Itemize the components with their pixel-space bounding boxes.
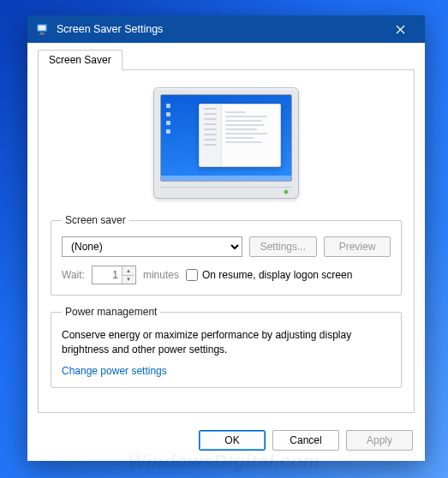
wait-minutes-stepper[interactable]: ▲ ▼ — [92, 266, 136, 284]
screen-saver-dialog: Screen Saver Settings Screen Saver — [27, 15, 425, 461]
screensaver-app-icon — [36, 22, 50, 36]
screensaver-settings-button[interactable]: Settings... — [249, 236, 317, 257]
resume-logon-label: On resume, display logon screen — [202, 269, 352, 281]
spin-down-icon[interactable]: ▼ — [122, 276, 134, 284]
monitor-led-icon — [284, 190, 288, 194]
monitor-screen — [160, 94, 292, 182]
power-management-group: Power management Conserve energy or maxi… — [51, 306, 402, 388]
preview-area — [51, 82, 402, 214]
dialog-body: Screen Saver — [27, 43, 425, 421]
resume-logon-checkbox[interactable] — [186, 269, 198, 281]
wait-unit-label: minutes — [143, 269, 179, 281]
titlebar-title: Screen Saver Settings — [57, 23, 382, 35]
wait-minutes-input[interactable] — [93, 266, 122, 284]
tab-panel: Screen saver (None) Settings... Preview … — [38, 69, 415, 413]
mini-settings-window — [199, 104, 281, 167]
power-legend: Power management — [62, 306, 160, 318]
tabstrip: Screen Saver — [38, 50, 415, 70]
close-icon — [396, 25, 405, 34]
ok-button[interactable]: OK — [199, 430, 266, 451]
monitor-preview — [153, 87, 299, 199]
screensaver-dropdown[interactable]: (None) — [62, 236, 242, 257]
svg-rect-2 — [40, 33, 44, 34]
screensaver-preview-button[interactable]: Preview — [324, 236, 391, 257]
screensaver-legend: Screen saver — [62, 214, 129, 226]
svg-rect-3 — [39, 34, 45, 35]
dialog-footer: OK Cancel Apply — [27, 421, 425, 461]
change-power-settings-link[interactable]: Change power settings — [62, 365, 167, 377]
cancel-button[interactable]: Cancel — [272, 430, 339, 451]
svg-rect-1 — [39, 26, 46, 31]
titlebar: Screen Saver Settings — [27, 15, 425, 43]
tab-screen-saver[interactable]: Screen Saver — [38, 50, 122, 70]
spin-up-icon[interactable]: ▲ — [122, 266, 134, 276]
apply-button[interactable]: Apply — [346, 430, 413, 451]
power-description: Conserve energy or maximize performance … — [62, 328, 391, 358]
screensaver-group: Screen saver (None) Settings... Preview … — [51, 214, 402, 296]
close-button[interactable] — [382, 17, 418, 41]
resume-logon-checkbox-wrap[interactable]: On resume, display logon screen — [186, 269, 352, 281]
wait-label: Wait: — [62, 269, 85, 281]
